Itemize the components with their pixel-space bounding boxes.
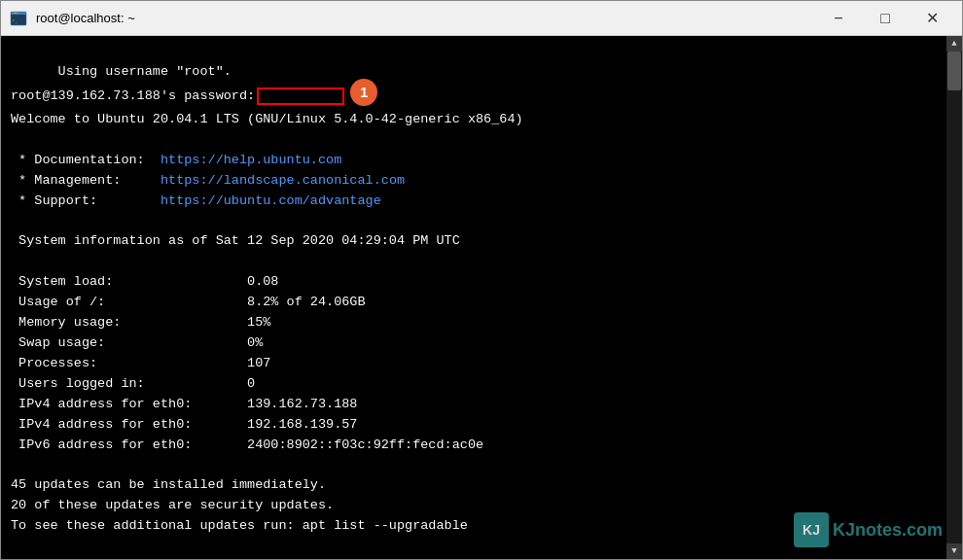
svg-point-4 xyxy=(18,12,19,14)
line-sysload: System load: 0.08 xyxy=(11,274,278,289)
minimize-button[interactable]: − xyxy=(816,3,861,34)
line-updates-1: 45 updates can be installed immediately. xyxy=(11,477,326,492)
scroll-down-button[interactable]: ▼ xyxy=(946,543,962,559)
line-mgmt: * Management: https://landscape.canonica… xyxy=(11,173,405,188)
watermark-icon-text: KJ xyxy=(802,522,820,538)
step-badge: 1 xyxy=(350,79,377,106)
watermark-icon: KJ xyxy=(794,512,829,547)
line-password-prompt: root@139.162.73.188's password:1 xyxy=(11,88,377,103)
password-input[interactable] xyxy=(257,88,344,105)
scrollbar-thumb[interactable] xyxy=(947,52,961,90)
terminal-window: >_ root@localhost: ~ − □ ✕ Using usernam… xyxy=(0,0,963,560)
line-welcome: Welcome to Ubuntu 20.04.1 LTS (GNU/Linux… xyxy=(11,112,523,126)
line-memory: Memory usage: 15% xyxy=(11,315,270,330)
svg-point-2 xyxy=(13,12,15,14)
support-link: https://ubuntu.com/advantage xyxy=(160,193,381,208)
scroll-up-button[interactable]: ▲ xyxy=(946,36,962,52)
close-button[interactable]: ✕ xyxy=(910,3,954,34)
line-updates-3: To see these additional updates run: apt… xyxy=(11,518,468,533)
line-processes: Processes: 107 xyxy=(11,356,270,370)
line-users: Users logged in: 0 xyxy=(11,376,255,391)
app-icon: >_ xyxy=(9,9,28,28)
line-swap: Swap usage: 0% xyxy=(11,335,263,350)
title-bar: >_ root@localhost: ~ − □ ✕ xyxy=(1,1,962,36)
window-title: root@localhost: ~ xyxy=(36,11,816,25)
terminal-content[interactable]: Using username "root". root@139.162.73.1… xyxy=(1,36,946,559)
line-sysinfo-header: System information as of Sat 12 Sep 2020… xyxy=(11,233,460,248)
line-usage: Usage of /: 8.2% of 24.06GB xyxy=(11,295,366,309)
line-ipv6: IPv6 address for eth0: 2400:8902::f03c:9… xyxy=(11,438,483,452)
doc-link: https://help.ubuntu.com xyxy=(160,153,341,167)
scrollbar-track[interactable] xyxy=(946,52,962,543)
maximize-button[interactable]: □ xyxy=(863,3,908,34)
svg-text:>_: >_ xyxy=(13,18,18,23)
line-ipv4-2: IPv4 address for eth0: 192.168.139.57 xyxy=(11,417,357,432)
line-using-username: Using username "root". xyxy=(58,64,232,79)
watermark: KJ KJnotes.com xyxy=(794,512,943,547)
terminal-body: Using username "root". root@139.162.73.1… xyxy=(1,36,962,559)
scrollbar[interactable]: ▲ ▼ xyxy=(946,36,962,559)
mgmt-link: https://landscape.canonical.com xyxy=(160,173,405,188)
watermark-text: KJnotes.com xyxy=(833,520,943,541)
line-ipv4-1: IPv4 address for eth0: 139.162.73.188 xyxy=(11,397,357,411)
window-controls: − □ ✕ xyxy=(816,3,954,34)
line-support: * Support: https://ubuntu.com/advantage xyxy=(11,193,381,208)
line-doc: * Documentation: https://help.ubuntu.com xyxy=(11,153,341,167)
line-updates-2: 20 of these updates are security updates… xyxy=(11,498,334,512)
svg-point-3 xyxy=(15,12,17,14)
